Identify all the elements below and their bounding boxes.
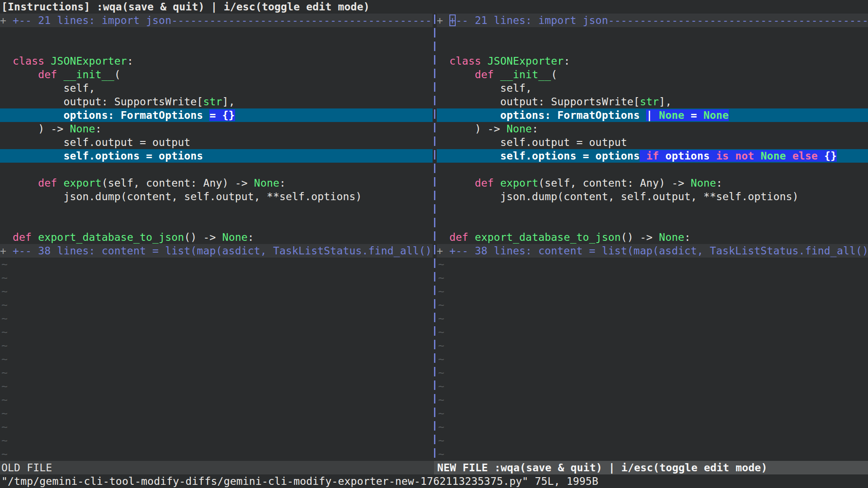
empty-buffer-tilde: ~: [0, 312, 433, 325]
diff-changed-line: self.options = options: [0, 149, 433, 163]
empty-buffer-tilde: ~: [0, 380, 433, 393]
empty-buffer-tilde: ~: [0, 352, 433, 366]
blank-line: [437, 41, 868, 54]
code-segment: self.options = options: [449, 150, 640, 162]
empty-buffer-tilde: ~: [0, 285, 433, 298]
code-segment: :: [279, 177, 286, 189]
cursor: +: [449, 14, 456, 26]
code-segment: self,: [449, 82, 532, 94]
fold-column: [0, 95, 13, 108]
diff-split-view: ++-- 21 lines: import json--------------…: [0, 14, 868, 461]
fold-line[interactable]: ++-- 21 lines: import json--------------…: [437, 14, 868, 27]
fold-column: [0, 54, 13, 68]
code-line: class JSONExporter:: [437, 54, 868, 68]
old-file-pane[interactable]: ++-- 21 lines: import json--------------…: [0, 14, 433, 461]
fold-column: [0, 176, 13, 190]
blank-line: [0, 27, 433, 41]
code-segment: () ->: [621, 231, 659, 243]
code-line: class JSONExporter:: [0, 54, 433, 68]
empty-buffer-tilde: ~: [437, 366, 868, 380]
empty-buffer-tilde: ~: [0, 258, 433, 271]
empty-buffer-tilde: ~: [0, 434, 433, 447]
fold-column: [437, 176, 449, 190]
fold-column: [0, 190, 13, 203]
empty-buffer-tilde: ~: [0, 339, 433, 352]
blank-line: [0, 217, 433, 230]
diff-changed-line: options: FormatOptions | None = None: [437, 108, 868, 122]
code-segment: (self, content: Any) ->: [538, 177, 691, 189]
empty-buffer-tilde: ~: [437, 312, 868, 325]
code-segment: None: [254, 177, 279, 189]
code-segment: export_database_to_json: [38, 231, 184, 243]
fold-column: [437, 95, 449, 108]
empty-buffer-tilde: ~: [0, 325, 433, 339]
diff-text-segment: |: [646, 109, 659, 121]
code-line: ) -> None:: [437, 122, 868, 136]
empty-buffer-tilde: ~: [0, 393, 433, 407]
code-line: json.dump(content, self.output, **self.o…: [0, 190, 433, 203]
code-segment: def: [13, 231, 32, 243]
fold-column: [437, 122, 449, 136]
code-segment: output: SupportsWrite[: [13, 96, 203, 108]
code-segment: [494, 69, 500, 80]
fold-column-plus[interactable]: +: [437, 244, 449, 258]
fold-line[interactable]: ++-- 38 lines: content = list(map(asdict…: [0, 244, 433, 258]
empty-buffer-tilde: ~: [437, 298, 868, 312]
empty-buffer-tilde: ~: [0, 271, 433, 285]
blank-line: [0, 41, 433, 54]
code-segment: ],: [659, 96, 672, 108]
fold-column-plus[interactable]: +: [0, 14, 13, 27]
fold-line[interactable]: ++-- 38 lines: content = list(map(asdict…: [437, 244, 868, 258]
code-segment: class: [449, 55, 481, 67]
code-segment: options: FormatOptions: [13, 109, 209, 121]
fold-column: [437, 54, 449, 68]
code-segment: (: [551, 69, 557, 80]
blank-line: [0, 163, 433, 176]
fold-column: [0, 68, 13, 81]
code-line: def __init__(: [0, 68, 433, 81]
code-segment: [468, 231, 475, 243]
diff-text-segment: =: [684, 109, 703, 121]
empty-buffer-tilde: ~: [0, 420, 433, 434]
new-file-pane[interactable]: ++-- 21 lines: import json--------------…: [437, 14, 868, 461]
code-segment: :: [95, 123, 102, 135]
code-line: json.dump(content, self.output, **self.o…: [437, 190, 868, 203]
empty-buffer-tilde: ~: [437, 339, 868, 352]
code-segment: self.output = output: [13, 136, 190, 148]
command-line: "/tmp/gemini-cli-tool-modify-diffs/gemin…: [0, 474, 868, 488]
diff-text-segment: options: [659, 150, 716, 162]
code-segment: def: [38, 69, 57, 80]
new-file-statusline: NEW FILE :wqa(save & quit) | i/esc(toggl…: [434, 461, 868, 474]
code-segment: [13, 69, 38, 80]
diff-text-segment: [786, 150, 793, 162]
fold-line[interactable]: ++-- 21 lines: import json--------------…: [0, 14, 433, 27]
diff-text-segment: = {}: [209, 109, 235, 121]
code-segment: [449, 69, 475, 80]
code-segment: JSONExporter: [487, 55, 564, 67]
code-line: output: SupportsWrite[str],: [437, 95, 868, 108]
code-segment: [57, 69, 63, 80]
code-segment: [32, 231, 38, 243]
fold-column-plus[interactable]: +: [0, 244, 13, 258]
code-segment: export_database_to_json: [475, 231, 621, 243]
code-segment: class: [13, 55, 44, 67]
code-segment: export: [63, 177, 101, 189]
empty-buffer-tilde: ~: [0, 298, 433, 312]
code-line: def export(self, content: Any) -> None:: [437, 176, 868, 190]
diff-changed-line: self.options = options if options is not…: [437, 149, 868, 163]
status-bars: OLD FILE NEW FILE :wqa(save & quit) | i/…: [0, 461, 868, 474]
code-segment: [494, 177, 500, 189]
code-line: self.output = output: [0, 136, 433, 149]
code-segment: [481, 55, 487, 67]
blank-line: [437, 163, 868, 176]
code-line: output: SupportsWrite[str],: [0, 95, 433, 108]
fold-column-plus[interactable]: +: [437, 14, 449, 27]
fold-column: [437, 108, 449, 122]
code-line: def export(self, content: Any) -> None:: [0, 176, 433, 190]
code-segment: str: [203, 96, 222, 108]
code-segment: :: [127, 55, 133, 67]
code-segment: [13, 177, 38, 189]
empty-buffer-tilde: ~: [437, 434, 868, 447]
diff-changed-line: options: FormatOptions = {}: [0, 108, 433, 122]
code-segment: self,: [13, 82, 95, 94]
